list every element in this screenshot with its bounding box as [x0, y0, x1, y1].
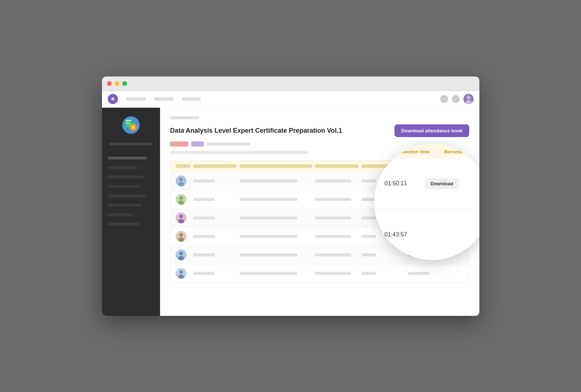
sidebar-item-6[interactable] [108, 204, 142, 207]
nav-item-2[interactable] [154, 97, 173, 101]
th-name [193, 164, 237, 168]
th-empty [176, 164, 190, 168]
sidebar-item-5[interactable] [108, 194, 147, 197]
maximize-button[interactable] [122, 81, 127, 86]
cell-status-3 [315, 216, 351, 219]
cell-info-1 [240, 180, 298, 182]
cell-name-2 [193, 198, 215, 201]
zoom-col1-title: Total connection time [381, 149, 430, 154]
title-bar [102, 77, 479, 91]
svg-point-23 [179, 252, 183, 255]
svg-rect-5 [126, 120, 131, 121]
sidebar-item-3[interactable] [108, 176, 145, 178]
filter-tag-purple[interactable] [191, 141, 204, 147]
minimize-button[interactable] [115, 81, 119, 86]
close-button[interactable] [107, 81, 112, 86]
sidebar-item-2[interactable] [108, 166, 138, 169]
cell-status-1 [315, 180, 351, 182]
nav-item-1[interactable] [127, 97, 146, 101]
sidebar-item-7[interactable] [108, 213, 132, 216]
svg-point-14 [179, 196, 183, 200]
th-info [240, 164, 312, 168]
row-avatar-4 [176, 231, 187, 242]
sidebar: A [102, 108, 160, 316]
cell-name-4 [193, 235, 215, 238]
cell-info-6 [240, 272, 298, 275]
zoom-row-1: 01:50:11 Download [374, 158, 479, 209]
cell-time-2 [361, 198, 376, 201]
filter-tag-pink[interactable] [170, 141, 188, 147]
svg-point-12 [178, 182, 184, 186]
svg-point-17 [179, 215, 183, 218]
download-attendance-button[interactable]: Download attendance book [394, 124, 469, 137]
svg-point-15 [178, 201, 184, 205]
download-file-button[interactable]: Download [425, 178, 459, 189]
cell-time-4 [361, 235, 376, 238]
page-title: Data Analysis Level Expert Certificate P… [170, 127, 342, 135]
main-wrapper: A Data Analysis Level Expert Certificate… [102, 108, 479, 316]
svg-point-11 [179, 178, 183, 181]
svg-point-27 [178, 275, 184, 279]
sidebar-item-8[interactable] [108, 223, 140, 226]
svg-point-26 [179, 270, 183, 274]
cell-status-2 [315, 198, 351, 201]
cell-name-3 [193, 216, 215, 219]
table-row [171, 264, 469, 282]
row-avatar-5 [176, 249, 187, 260]
cell-name-6 [193, 272, 215, 275]
main-content: Data Analysis Level Expert Certificate P… [160, 108, 479, 316]
zoom-time-1: 01:50:11 [381, 180, 410, 187]
svg-text:A: A [132, 125, 134, 129]
th-status [315, 164, 359, 168]
svg-rect-6 [126, 122, 130, 123]
sidebar-item-1[interactable] [108, 157, 147, 160]
svg-point-21 [178, 238, 184, 242]
sidebar-user-avatar: A [122, 116, 140, 134]
row-avatar-3 [176, 212, 187, 223]
user-avatar[interactable] [463, 94, 474, 104]
nav-item-3[interactable] [182, 97, 201, 101]
cell-file-6 [408, 272, 430, 275]
nav-icon-2[interactable] [452, 95, 460, 103]
cell-info-5 [240, 253, 298, 256]
cell-time-6 [361, 272, 376, 275]
nav-icon-1[interactable] [440, 95, 448, 103]
top-nav: ✳ [102, 91, 479, 108]
row-avatar-2 [176, 194, 187, 205]
cell-name-1 [193, 180, 215, 182]
cell-info-2 [240, 198, 298, 201]
cell-info-3 [240, 216, 298, 219]
desktop: ✳ [0, 0, 581, 392]
subtitle [170, 151, 308, 154]
svg-point-1 [467, 96, 470, 99]
app-window: ✳ [102, 77, 479, 316]
cell-status-5 [315, 253, 351, 256]
svg-point-18 [178, 219, 184, 223]
svg-point-20 [179, 233, 183, 237]
row-avatar-6 [176, 268, 187, 279]
cell-info-4 [240, 235, 298, 238]
cell-status-6 [315, 272, 351, 275]
row-avatar-1 [176, 176, 187, 186]
app-logo: ✳ [108, 94, 118, 104]
filter-text [207, 143, 250, 145]
svg-rect-7 [126, 123, 130, 124]
sidebar-name [109, 143, 153, 145]
svg-point-24 [178, 256, 184, 260]
page-header: Data Analysis Level Expert Certificate P… [170, 124, 469, 137]
zoom-time-2: 01:43:57 [381, 231, 410, 238]
cell-time-3 [361, 216, 376, 219]
nav-right [440, 94, 474, 104]
cell-status-4 [315, 235, 351, 238]
cell-time-5 [361, 253, 376, 256]
zoom-col2-title: Recorded file [444, 149, 474, 154]
sidebar-item-4[interactable] [108, 185, 140, 188]
cell-time-1 [361, 180, 376, 182]
breadcrumb [170, 116, 199, 119]
cell-name-5 [193, 253, 215, 256]
